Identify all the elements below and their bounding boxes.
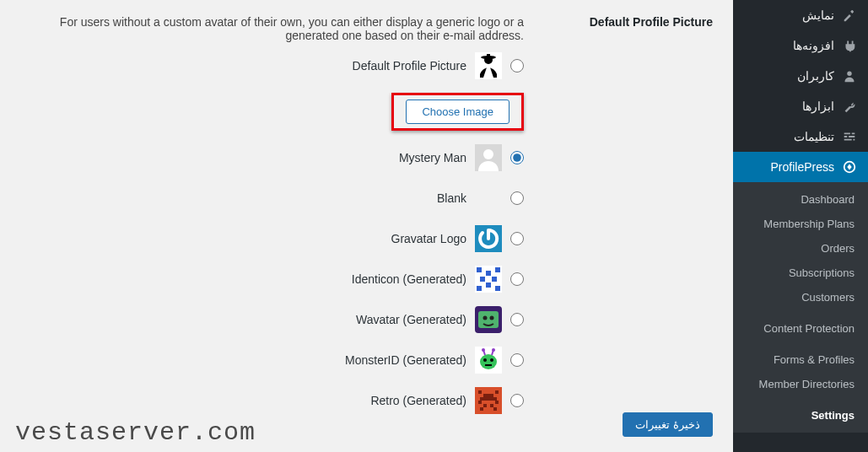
choose-image-button[interactable]: Choose Image xyxy=(406,100,509,124)
svg-rect-5 xyxy=(487,54,490,58)
identicon-icon xyxy=(475,266,502,293)
radio-wavatar[interactable] xyxy=(510,313,524,326)
sidebar-item-appearance[interactable]: نمایش xyxy=(733,0,868,30)
svg-rect-39 xyxy=(480,407,483,411)
radio-gravatar[interactable] xyxy=(510,232,524,245)
radio-monsterid[interactable] xyxy=(510,353,524,367)
option-label: Blank xyxy=(437,191,466,205)
sidebar-item-settings[interactable]: تنظیمات xyxy=(733,121,868,152)
watermark-text: vestaserver.com xyxy=(15,418,256,447)
submenu: Dashboard Membership Plans Orders Subscr… xyxy=(733,182,868,433)
wrench-icon xyxy=(841,98,858,115)
plug-icon xyxy=(841,37,858,54)
sidebar-label: ProfilePress xyxy=(771,160,834,174)
svg-point-23 xyxy=(480,354,497,369)
option-mystery-man[interactable]: Mystery Man xyxy=(399,144,524,171)
gravatar-logo-icon xyxy=(475,225,502,252)
svg-rect-37 xyxy=(483,404,487,407)
svg-rect-33 xyxy=(483,394,493,397)
radio-blank[interactable] xyxy=(510,191,524,205)
option-label: Wavatar (Generated) xyxy=(356,313,466,326)
svg-rect-10 xyxy=(477,267,482,272)
sidebar-label: تنظیمات xyxy=(794,130,834,143)
help-text: For users without a custom avatar of the… xyxy=(20,15,524,42)
svg-rect-14 xyxy=(492,277,497,282)
option-wavatar[interactable]: Wavatar (Generated) xyxy=(356,306,524,333)
sidebar-item-plugins[interactable]: افزونه‌ها xyxy=(733,30,868,61)
svg-point-28 xyxy=(483,358,487,362)
option-blank[interactable]: Blank xyxy=(437,185,524,212)
radio-retro[interactable] xyxy=(510,394,524,407)
radio-identicon[interactable] xyxy=(510,272,524,286)
option-label: Identicon (Generated) xyxy=(352,272,466,286)
main-content: Default Profile Picture For users withou… xyxy=(0,0,733,452)
save-button[interactable]: ذخیرهٔ تغییرات xyxy=(623,412,713,437)
admin-sidebar: نمایش افزونه‌ها کاربران ابزارها تنظیمات … xyxy=(733,0,868,452)
submenu-customers[interactable]: Customers xyxy=(733,285,868,309)
highlight-box: Choose Image xyxy=(391,93,524,131)
radio-mystery-man[interactable] xyxy=(510,151,524,164)
option-label: Mystery Man xyxy=(399,151,466,164)
svg-rect-12 xyxy=(486,271,491,276)
svg-rect-36 xyxy=(495,401,499,404)
option-label: Default Profile Picture xyxy=(353,59,466,73)
svg-point-26 xyxy=(482,348,485,352)
choose-image-row: Choose Image xyxy=(391,93,524,131)
option-identicon[interactable]: Identicon (Generated) xyxy=(352,266,524,293)
submenu-dashboard[interactable]: Dashboard xyxy=(733,187,868,212)
option-default-picture[interactable]: Default Profile Picture xyxy=(353,52,524,79)
radio-default[interactable] xyxy=(510,59,524,73)
brush-icon xyxy=(841,7,858,24)
profilepress-icon xyxy=(841,159,858,175)
section-title: Default Profile Picture xyxy=(544,15,713,414)
sidebar-label: نمایش xyxy=(802,8,834,22)
svg-point-21 xyxy=(490,316,494,320)
wavatar-icon xyxy=(475,306,502,333)
retro-icon xyxy=(475,387,502,414)
svg-point-20 xyxy=(483,316,488,320)
submenu-orders[interactable]: Orders xyxy=(733,236,868,261)
option-label: Gravatar Logo xyxy=(391,232,467,245)
svg-rect-40 xyxy=(493,407,497,411)
user-icon xyxy=(841,67,858,84)
submenu-subscriptions[interactable]: Subscriptions xyxy=(733,261,868,285)
svg-point-0 xyxy=(847,72,851,76)
sidebar-item-profilepress[interactable]: ProfilePress xyxy=(733,152,868,182)
option-monsterid[interactable]: MonsterID (Generated) xyxy=(345,347,524,374)
blank-icon xyxy=(475,185,502,212)
sidebar-item-users[interactable]: کاربران xyxy=(733,61,868,91)
option-gravatar-logo[interactable]: Gravatar Logo xyxy=(391,225,525,252)
option-retro[interactable]: Retro (Generated) xyxy=(370,387,524,414)
svg-rect-31 xyxy=(478,390,482,394)
svg-rect-35 xyxy=(478,401,482,404)
svg-rect-32 xyxy=(495,390,499,394)
monsterid-icon xyxy=(475,347,502,374)
svg-point-27 xyxy=(492,348,495,352)
sidebar-label: ابزارها xyxy=(802,100,834,113)
svg-rect-13 xyxy=(480,277,485,282)
svg-rect-16 xyxy=(495,286,500,291)
submenu-membership-plans[interactable]: Membership Plans xyxy=(733,212,868,236)
sidebar-label: کاربران xyxy=(797,69,834,83)
sidebar-item-tools[interactable]: ابزارها xyxy=(733,91,868,121)
svg-rect-15 xyxy=(477,286,482,291)
submenu-forms-profiles[interactable]: Forms & Profiles xyxy=(733,347,868,372)
svg-rect-11 xyxy=(495,267,500,272)
mystery-man-icon xyxy=(475,144,502,171)
sliders-icon xyxy=(841,128,858,145)
default-avatar-icon xyxy=(475,52,502,79)
submenu-content-protection[interactable]: Content Protection xyxy=(733,316,868,341)
svg-rect-17 xyxy=(486,282,491,288)
svg-point-29 xyxy=(490,358,493,362)
svg-point-7 xyxy=(483,149,493,159)
submenu-settings[interactable]: Settings xyxy=(733,403,868,428)
svg-rect-34 xyxy=(480,397,497,401)
option-label: MonsterID (Generated) xyxy=(345,353,466,367)
svg-rect-38 xyxy=(490,404,493,407)
option-label: Retro (Generated) xyxy=(370,394,466,407)
sidebar-label: افزونه‌ها xyxy=(793,39,834,52)
submenu-member-directories[interactable]: Member Directories xyxy=(733,372,868,396)
